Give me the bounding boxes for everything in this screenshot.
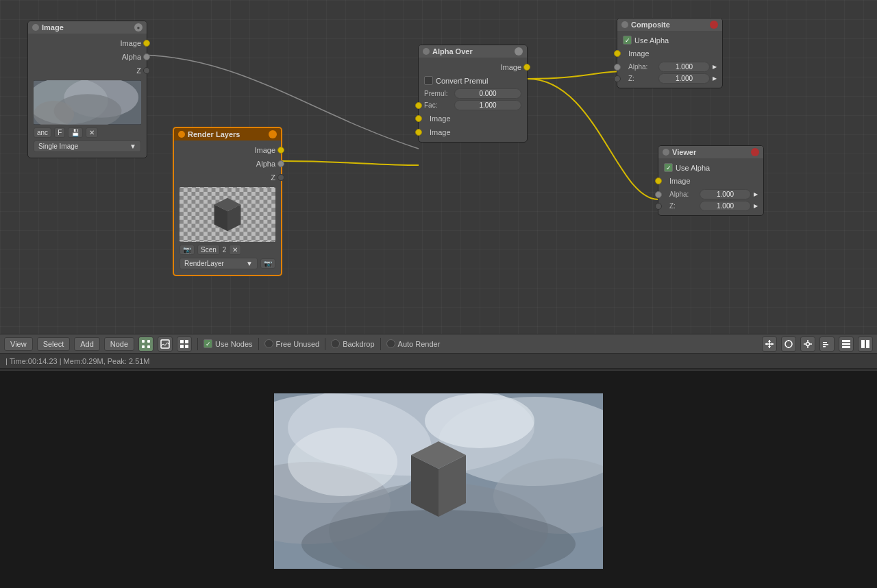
viewer-z-up[interactable]: ▶: [754, 203, 758, 209]
ao-output-image-socket[interactable]: [523, 64, 530, 71]
image-output-alpha-socket[interactable]: [143, 53, 150, 60]
composite-alpha-socket[interactable]: [614, 64, 621, 71]
view-settings-btn[interactable]: [800, 336, 815, 352]
composite-z-label: Z:: [628, 75, 656, 82]
rl-output-image: Image: [174, 143, 281, 157]
ao-premul-label: Premul:: [424, 90, 452, 97]
svg-rect-19: [180, 340, 184, 343]
composite-use-alpha-label: Use Alpha: [634, 36, 669, 45]
image-x-btn[interactable]: ✕: [86, 127, 98, 138]
render-layers-close[interactable]: [269, 130, 277, 138]
snap-btn[interactable]: [781, 336, 796, 352]
image-node-close[interactable]: ●: [134, 23, 143, 32]
ao-output-image: Image: [419, 60, 527, 74]
view-menu-btn[interactable]: View: [4, 337, 33, 351]
rl-controls: 📷 Scen 2 ✕: [180, 245, 275, 255]
viewer-z-socket[interactable]: [655, 203, 662, 210]
viewer-alpha-label: Alpha:: [669, 191, 697, 198]
ao-convert-premul-label: Convert Premul: [436, 77, 488, 85]
ao-fac-socket[interactable]: [415, 102, 422, 109]
ao-fac-label: Fac:: [424, 101, 452, 109]
ao-fac-value[interactable]: 1.000: [454, 100, 521, 110]
backdrop-checkbox[interactable]: [331, 339, 340, 348]
composite-alpha-up[interactable]: ▶: [713, 64, 717, 70]
use-nodes-label[interactable]: Use Nodes: [203, 339, 252, 348]
rl-output-z-socket[interactable]: [277, 174, 284, 181]
sep4: [380, 338, 381, 350]
image-anc-btn[interactable]: anc: [34, 127, 51, 138]
sep1: [197, 338, 198, 350]
viewer-alpha-socket[interactable]: [655, 191, 662, 198]
viewer-alpha-value[interactable]: 1.000: [700, 189, 751, 199]
transform-btn[interactable]: [762, 336, 777, 352]
viewer-panel: [0, 371, 877, 588]
backdrop-text: Backdrop: [343, 340, 374, 348]
rl-x-btn[interactable]: ✕: [229, 245, 241, 255]
viewer-alpha-up[interactable]: ▶: [754, 191, 758, 197]
composite-image-socket[interactable]: [614, 50, 621, 57]
composite-close[interactable]: [710, 21, 718, 29]
zoom-btn[interactable]: [819, 336, 835, 352]
image-output-z-socket[interactable]: [143, 67, 150, 74]
free-unused-checkbox[interactable]: [264, 339, 273, 348]
image-output-z-label: Z: [136, 66, 141, 75]
viewer-close[interactable]: [751, 148, 759, 156]
image-node-thumbnail: [34, 80, 141, 125]
extra-btn[interactable]: [858, 336, 873, 352]
viewer-use-alpha-row: Use Alpha: [658, 161, 763, 174]
ao-convert-premul-checkbox[interactable]: [424, 76, 433, 85]
ao-input-image1: Image: [419, 112, 527, 125]
ao-premul-num: 0.000: [479, 90, 496, 97]
viewer-image-socket[interactable]: [655, 177, 662, 184]
composite-alpha-row: Alpha: 1.000 ▶: [623, 62, 717, 72]
rl-num: 2: [223, 246, 227, 254]
ao-premul-value[interactable]: 0.000: [454, 88, 521, 99]
view-node-btn[interactable]: [138, 336, 153, 352]
more-btn[interactable]: [839, 336, 854, 352]
alpha-over-close[interactable]: [515, 47, 523, 56]
auto-render-checkbox[interactable]: [386, 339, 395, 348]
rl-camera-btn[interactable]: 📷: [180, 245, 195, 255]
use-nodes-checkbox[interactable]: [203, 339, 212, 348]
viewer-z-label: Z:: [669, 202, 697, 210]
backdrop-label[interactable]: Backdrop: [331, 339, 374, 348]
free-unused-label[interactable]: Free Unused: [264, 339, 320, 348]
add-menu-btn[interactable]: Add: [74, 337, 100, 351]
ao-premul-row: Premul: 0.000: [424, 88, 521, 99]
select-menu-btn[interactable]: Select: [37, 337, 71, 351]
image-type-dropdown[interactable]: Single Image ▼: [34, 140, 141, 152]
ao-input1-socket[interactable]: [415, 115, 422, 122]
view-image-btn[interactable]: [158, 336, 173, 352]
svg-rect-16: [142, 345, 145, 348]
viewer-z-value[interactable]: 1.000: [700, 201, 751, 211]
rl-output-image-socket[interactable]: [277, 147, 284, 154]
composite-alpha-value[interactable]: 1.000: [658, 62, 710, 72]
svg-rect-42: [866, 340, 869, 348]
viewer-image-label: Image: [669, 177, 691, 185]
toolbar: View Select Add Node Use Nodes: [0, 334, 877, 353]
composite-z-row: Z: 1.000 ▶: [623, 73, 717, 84]
rl-render-btn[interactable]: 📷: [260, 258, 275, 269]
auto-render-label[interactable]: Auto Render: [386, 339, 441, 348]
ao-convert-premul-row: Convert Premul: [419, 74, 527, 87]
composite-z-socket[interactable]: [614, 75, 621, 82]
rl-output-alpha-socket[interactable]: [277, 160, 284, 167]
composite-use-alpha-checkbox[interactable]: [623, 36, 632, 45]
render-layers-icon: [178, 131, 185, 138]
svg-point-51: [425, 393, 534, 448]
alpha-over-icon: [423, 48, 430, 55]
node-editor[interactable]: Image ● Image Alpha Z: [0, 0, 877, 334]
image-save-btn[interactable]: 💾: [68, 127, 83, 138]
rl-scene-btn[interactable]: Scen: [197, 245, 220, 255]
node-menu-btn[interactable]: Node: [104, 337, 134, 351]
image-output-image-socket[interactable]: [143, 40, 150, 47]
composite-header: Composite: [617, 19, 722, 31]
rl-layer-dropdown[interactable]: RenderLayer ▼: [180, 258, 258, 269]
image-f-btn[interactable]: F: [54, 127, 65, 138]
svg-marker-25: [765, 343, 767, 345]
ao-input2-socket[interactable]: [415, 129, 422, 136]
composite-z-up[interactable]: ▶: [713, 75, 717, 82]
composite-z-value[interactable]: 1.000: [658, 73, 710, 84]
view-grid-btn[interactable]: [177, 336, 192, 352]
viewer-use-alpha-checkbox[interactable]: [664, 163, 673, 172]
